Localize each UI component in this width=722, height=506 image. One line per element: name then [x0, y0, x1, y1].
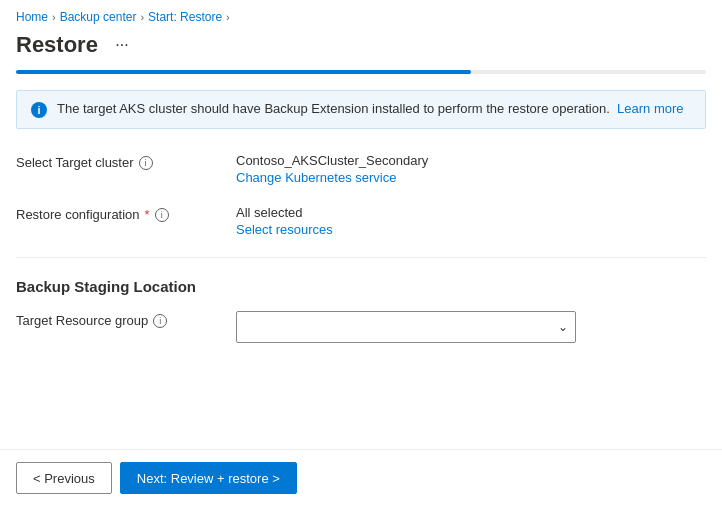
target-cluster-row: Select Target cluster i Contoso_AKSClust…: [16, 153, 706, 185]
breadcrumb-home[interactable]: Home: [16, 10, 48, 24]
restore-config-label: Restore configuration * i: [16, 205, 236, 222]
page-title-row: Restore ···: [0, 30, 722, 70]
breadcrumb: Home › Backup center › Start: Restore ›: [0, 0, 722, 30]
target-rg-row: Target Resource group i ⌄: [16, 311, 706, 343]
progress-bar-fill: [16, 70, 471, 74]
breadcrumb-sep-1: ›: [52, 11, 56, 23]
restore-config-info-icon[interactable]: i: [155, 208, 169, 222]
target-cluster-value: Contoso_AKSCluster_Secondary Change Kube…: [236, 153, 706, 185]
footer: < Previous Next: Review + restore >: [0, 449, 722, 506]
target-rg-dropdown[interactable]: ⌄: [236, 311, 576, 343]
breadcrumb-sep-3: ›: [226, 11, 230, 23]
select-resources-link[interactable]: Select resources: [236, 222, 333, 237]
change-kubernetes-link[interactable]: Change Kubernetes service: [236, 170, 396, 185]
restore-config-value: All selected Select resources: [236, 205, 706, 237]
breadcrumb-backup-center[interactable]: Backup center: [60, 10, 137, 24]
progress-bar-bg: [16, 70, 706, 74]
page-title: Restore: [16, 32, 98, 58]
required-indicator: *: [145, 207, 150, 222]
breadcrumb-sep-2: ›: [140, 11, 144, 23]
target-cluster-info-icon[interactable]: i: [139, 156, 153, 170]
restore-config-row: Restore configuration * i All selected S…: [16, 205, 706, 237]
target-cluster-name: Contoso_AKSCluster_Secondary: [236, 153, 706, 168]
previous-button[interactable]: < Previous: [16, 462, 112, 494]
breadcrumb-start-restore[interactable]: Start: Restore: [148, 10, 222, 24]
info-icon: i: [31, 102, 47, 118]
learn-more-link[interactable]: Learn more: [617, 101, 683, 116]
progress-bar-container: [0, 70, 722, 74]
staging-title: Backup Staging Location: [16, 278, 706, 295]
info-banner-text: The target AKS cluster should have Backu…: [57, 101, 684, 116]
ellipsis-button[interactable]: ···: [108, 33, 136, 57]
form-section: Select Target cluster i Contoso_AKSClust…: [0, 153, 722, 237]
target-rg-select[interactable]: [236, 311, 576, 343]
target-rg-input-container: ⌄: [236, 311, 706, 343]
target-rg-label: Target Resource group i: [16, 311, 236, 328]
staging-section: Backup Staging Location Target Resource …: [0, 278, 722, 343]
info-banner: i The target AKS cluster should have Bac…: [16, 90, 706, 129]
target-cluster-label: Select Target cluster i: [16, 153, 236, 170]
next-button[interactable]: Next: Review + restore >: [120, 462, 297, 494]
restore-config-current: All selected: [236, 205, 706, 220]
section-divider: [16, 257, 706, 258]
target-rg-info-icon[interactable]: i: [153, 314, 167, 328]
